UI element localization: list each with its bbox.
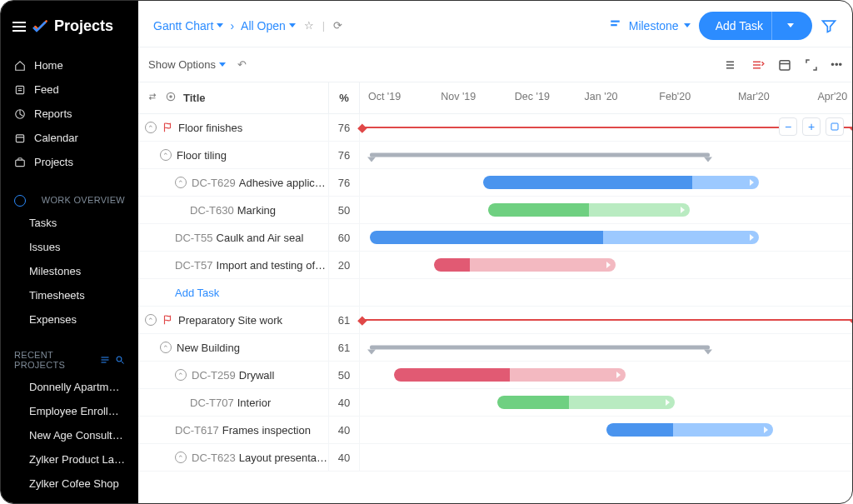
task-cell[interactable]: DC-T57Import and testing of woo.. [138, 252, 328, 278]
more-icon[interactable]: ••• [831, 57, 842, 72]
task-cell[interactable]: DC-T259Drywall [138, 362, 328, 388]
zoom-fit-button[interactable] [826, 117, 844, 136]
calendar-view-icon[interactable] [777, 57, 792, 72]
svg-rect-4 [16, 134, 23, 142]
view-option-1-icon[interactable] [724, 57, 739, 72]
timeline-cell[interactable] [360, 417, 852, 443]
task-bar[interactable] [483, 176, 759, 189]
work-item-issues[interactable]: Issues [1, 235, 138, 259]
group-bar[interactable] [370, 153, 710, 157]
collapse-icon[interactable] [145, 314, 157, 326]
recent-project-item[interactable]: Employee Enrollment [1, 399, 138, 423]
task-cell[interactable]: Floor finishes [138, 114, 328, 141]
task-cell[interactable]: DC-T623Layout presentation [138, 444, 328, 471]
star-icon[interactable]: ☆ [304, 19, 314, 32]
task-bar[interactable] [497, 396, 675, 409]
percent-cell: 76 [328, 114, 360, 141]
timeline-cell[interactable] [360, 252, 852, 278]
svg-point-14 [169, 95, 172, 98]
task-id: DC-T55 [175, 232, 213, 244]
group-bar[interactable] [370, 346, 710, 350]
work-item-expenses[interactable]: Expenses [1, 307, 138, 332]
collapse-icon[interactable] [160, 149, 172, 161]
recent-project-item[interactable]: New Age Consultancy [1, 423, 138, 447]
target-icon[interactable] [165, 91, 177, 105]
work-item-milestones[interactable]: Milestones [1, 259, 138, 283]
task-title: New Building [177, 342, 240, 354]
milestone-bar[interactable] [360, 319, 852, 321]
breadcrumb-all-open[interactable]: All Open [241, 19, 296, 32]
task-cell[interactable]: DC-T630Marking [138, 197, 328, 223]
recent-project-item[interactable]: Donnelly Apartments [1, 375, 138, 399]
task-cell[interactable]: Add Task [138, 279, 328, 306]
month-label: Nov '19 [441, 91, 476, 102]
task-cell[interactable]: DC-T55Caulk and Air seal [138, 224, 328, 251]
nav-item-reports[interactable]: Reports [1, 102, 138, 126]
add-task-button[interactable]: Add Task [699, 12, 812, 40]
svg-rect-9 [611, 21, 620, 22]
task-title-header[interactable]: Title [138, 82, 328, 113]
timeline-cell[interactable] [360, 307, 852, 333]
show-options-dropdown[interactable]: Show Options [148, 58, 226, 71]
work-item-tasks[interactable]: Tasks [1, 211, 138, 235]
search-icon[interactable] [115, 355, 125, 365]
fullscreen-icon[interactable] [804, 57, 819, 72]
timeline-cell[interactable] [360, 197, 852, 223]
task-bar[interactable] [394, 368, 626, 382]
task-title: Import and testing of woo.. [217, 259, 328, 272]
collapse-icon[interactable] [145, 122, 157, 133]
task-cell[interactable]: DC-T707Interior [138, 389, 328, 416]
percent-cell: 50 [328, 362, 360, 388]
add-task-dropdown[interactable] [781, 23, 801, 27]
task-cell[interactable]: Preparatory Site work [138, 307, 328, 333]
task-cell[interactable]: DC-T629Adhesive application [138, 169, 328, 196]
nav-item-calendar[interactable]: Calendar [1, 126, 138, 150]
task-progress-fill [394, 368, 510, 382]
zoom-in-button[interactable]: + [802, 117, 821, 136]
task-progress-fill [434, 258, 471, 272]
collapse-icon[interactable] [175, 369, 187, 381]
collapse-icon[interactable] [160, 342, 172, 353]
timeline-cell[interactable] [360, 389, 852, 416]
filter-icon[interactable] [821, 17, 837, 34]
timeline-cell[interactable] [360, 279, 852, 306]
recent-projects-heading[interactable]: RECENT PROJECTS [1, 340, 138, 375]
breadcrumb-gantt-chart[interactable]: Gantt Chart [153, 19, 223, 32]
feed-icon [14, 84, 26, 96]
milestone-dropdown[interactable]: Milestone [609, 17, 691, 34]
task-bar[interactable] [434, 258, 616, 272]
expand-collapse-all-icon[interactable] [147, 91, 158, 105]
menu-toggle[interactable] [12, 22, 26, 32]
task-bar[interactable] [370, 231, 759, 244]
timeline-header[interactable]: Oct '19Nov '19Dec '19Jan '20Feb'20Mar'20… [360, 82, 852, 113]
task-bar[interactable] [488, 203, 690, 217]
view-option-2-icon[interactable] [751, 57, 766, 72]
work-item-timesheets[interactable]: Timesheets [1, 283, 138, 307]
timeline-cell[interactable] [360, 224, 852, 251]
timeline-cell[interactable] [360, 334, 852, 361]
task-cell[interactable]: New Building [138, 334, 328, 361]
timeline-cell[interactable] [360, 362, 852, 388]
gantt-row: DC-T57Import and testing of woo..20 [138, 252, 852, 279]
timeline-cell[interactable] [360, 169, 852, 196]
add-task-row[interactable]: Add Task [138, 279, 852, 307]
settings-icon[interactable] [100, 355, 110, 365]
timeline-cell[interactable] [360, 444, 852, 471]
work-overview-heading[interactable]: WORK OVERVIEW [1, 184, 138, 211]
undo-icon[interactable]: ↶ [237, 58, 247, 71]
nav-item-home[interactable]: Home [1, 53, 138, 77]
task-cell[interactable]: DC-T617Frames inspection [138, 417, 328, 443]
recent-project-item[interactable]: Zylker Cofee Shop [1, 472, 138, 496]
refresh-icon[interactable]: ⟳ [333, 19, 342, 32]
recent-project-item[interactable]: Zylker Product Launch [1, 447, 138, 472]
task-bar[interactable] [606, 423, 774, 437]
zoom-out-button[interactable]: − [779, 117, 797, 136]
timeline-cell[interactable] [360, 142, 852, 168]
task-cell[interactable]: Floor tiling [138, 142, 328, 168]
collapse-icon[interactable] [175, 177, 187, 188]
collapse-icon[interactable] [175, 452, 187, 463]
flag-icon [162, 314, 173, 326]
nav-item-feed[interactable]: Feed [1, 77, 138, 102]
percent-header[interactable]: % [328, 82, 360, 113]
nav-item-projects[interactable]: Projects [1, 150, 138, 174]
